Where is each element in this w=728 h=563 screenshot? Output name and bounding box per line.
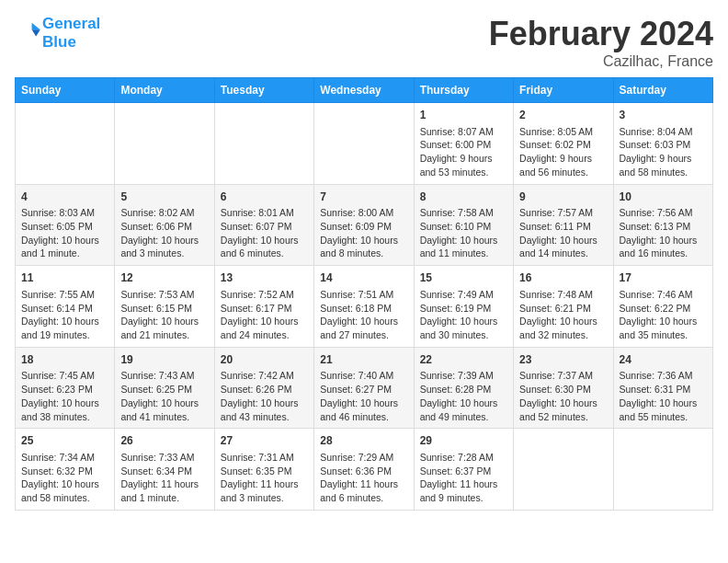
- svg-marker-1: [32, 29, 40, 36]
- day-number: 3: [620, 108, 707, 123]
- day-info: Sunrise: 7:58 AM Sunset: 6:10 PM Dayligh…: [420, 206, 507, 260]
- calendar-cell: [115, 103, 214, 185]
- calendar-cell: 22Sunrise: 7:39 AM Sunset: 6:28 PM Dayli…: [414, 347, 513, 429]
- calendar-cell: 5Sunrise: 8:02 AM Sunset: 6:06 PM Daylig…: [115, 184, 214, 266]
- calendar-cell: 17Sunrise: 7:46 AM Sunset: 6:22 PM Dayli…: [613, 266, 712, 348]
- weekday-header-saturday: Saturday: [613, 78, 712, 103]
- logo-text: General Blue: [42, 15, 100, 51]
- calendar-cell: 12Sunrise: 7:53 AM Sunset: 6:15 PM Dayli…: [115, 266, 214, 348]
- weekday-header-friday: Friday: [514, 78, 613, 103]
- calendar-week-3: 11Sunrise: 7:55 AM Sunset: 6:14 PM Dayli…: [16, 266, 713, 348]
- weekday-header-thursday: Thursday: [414, 78, 513, 103]
- day-number: 27: [221, 433, 308, 449]
- day-number: 17: [620, 270, 707, 286]
- calendar-subtitle: Cazilhac, France: [489, 53, 713, 70]
- calendar-cell: 19Sunrise: 7:43 AM Sunset: 6:25 PM Dayli…: [115, 347, 214, 429]
- day-number: 8: [420, 190, 507, 205]
- day-number: 13: [221, 270, 308, 286]
- day-info: Sunrise: 7:49 AM Sunset: 6:19 PM Dayligh…: [420, 288, 507, 342]
- day-number: 12: [120, 270, 208, 286]
- calendar-cell: 13Sunrise: 7:52 AM Sunset: 6:17 PM Dayli…: [214, 266, 313, 348]
- day-info: Sunrise: 7:52 AM Sunset: 6:17 PM Dayligh…: [221, 288, 308, 342]
- day-info: Sunrise: 8:01 AM Sunset: 6:07 PM Dayligh…: [221, 206, 308, 260]
- calendar-cell: 15Sunrise: 7:49 AM Sunset: 6:19 PM Dayli…: [414, 266, 513, 348]
- calendar-cell: 2Sunrise: 8:05 AM Sunset: 6:02 PM Daylig…: [514, 103, 613, 185]
- calendar-cell: [16, 103, 115, 185]
- calendar-cell: 20Sunrise: 7:42 AM Sunset: 6:26 PM Dayli…: [214, 347, 313, 429]
- day-info: Sunrise: 8:07 AM Sunset: 6:00 PM Dayligh…: [420, 125, 507, 179]
- day-info: Sunrise: 7:53 AM Sunset: 6:15 PM Dayligh…: [120, 288, 208, 342]
- calendar-cell: 8Sunrise: 7:58 AM Sunset: 6:10 PM Daylig…: [414, 184, 513, 266]
- calendar-cell: 7Sunrise: 8:00 AM Sunset: 6:09 PM Daylig…: [314, 184, 414, 266]
- day-info: Sunrise: 7:31 AM Sunset: 6:35 PM Dayligh…: [221, 451, 308, 505]
- calendar-cell: 27Sunrise: 7:31 AM Sunset: 6:35 PM Dayli…: [214, 429, 313, 511]
- day-number: 16: [519, 270, 607, 286]
- day-number: 26: [120, 433, 208, 449]
- calendar-cell: [613, 429, 712, 511]
- day-info: Sunrise: 7:46 AM Sunset: 6:22 PM Dayligh…: [620, 288, 707, 342]
- day-number: 25: [21, 433, 108, 449]
- weekday-header-wednesday: Wednesday: [314, 78, 414, 103]
- weekday-header-sunday: Sunday: [16, 78, 115, 103]
- day-info: Sunrise: 7:42 AM Sunset: 6:26 PM Dayligh…: [221, 369, 308, 423]
- day-info: Sunrise: 7:40 AM Sunset: 6:27 PM Dayligh…: [320, 369, 407, 423]
- day-info: Sunrise: 7:36 AM Sunset: 6:31 PM Dayligh…: [620, 369, 707, 423]
- day-info: Sunrise: 7:34 AM Sunset: 6:32 PM Dayligh…: [21, 451, 108, 505]
- calendar-cell: 11Sunrise: 7:55 AM Sunset: 6:14 PM Dayli…: [16, 266, 115, 348]
- day-info: Sunrise: 7:33 AM Sunset: 6:34 PM Dayligh…: [120, 451, 208, 505]
- day-number: 19: [120, 352, 208, 368]
- logo: General Blue: [15, 15, 100, 51]
- day-number: 9: [519, 190, 607, 205]
- day-info: Sunrise: 8:02 AM Sunset: 6:06 PM Dayligh…: [120, 206, 208, 260]
- day-number: 22: [420, 352, 507, 368]
- day-number: 14: [320, 270, 407, 286]
- day-info: Sunrise: 7:57 AM Sunset: 6:11 PM Dayligh…: [519, 206, 607, 260]
- calendar-cell: [314, 103, 414, 185]
- calendar-week-4: 18Sunrise: 7:45 AM Sunset: 6:23 PM Dayli…: [16, 347, 713, 429]
- calendar-cell: 1Sunrise: 8:07 AM Sunset: 6:00 PM Daylig…: [414, 103, 513, 185]
- day-info: Sunrise: 7:29 AM Sunset: 6:36 PM Dayligh…: [320, 451, 407, 505]
- calendar-cell: 9Sunrise: 7:57 AM Sunset: 6:11 PM Daylig…: [514, 184, 613, 266]
- calendar-cell: 16Sunrise: 7:48 AM Sunset: 6:21 PM Dayli…: [514, 266, 613, 348]
- day-number: 15: [420, 270, 507, 286]
- day-info: Sunrise: 8:00 AM Sunset: 6:09 PM Dayligh…: [320, 206, 407, 260]
- day-number: 18: [21, 352, 108, 368]
- calendar-week-2: 4Sunrise: 8:03 AM Sunset: 6:05 PM Daylig…: [16, 184, 713, 266]
- calendar-cell: 21Sunrise: 7:40 AM Sunset: 6:27 PM Dayli…: [314, 347, 414, 429]
- calendar-cell: [514, 429, 613, 511]
- day-number: 1: [420, 108, 507, 123]
- day-info: Sunrise: 7:43 AM Sunset: 6:25 PM Dayligh…: [120, 369, 208, 423]
- day-info: Sunrise: 7:39 AM Sunset: 6:28 PM Dayligh…: [420, 369, 507, 423]
- day-number: 28: [320, 433, 407, 449]
- weekday-header-row: SundayMondayTuesdayWednesdayThursdayFrid…: [16, 78, 713, 103]
- calendar-cell: [214, 103, 313, 185]
- day-number: 21: [320, 352, 407, 368]
- day-number: 20: [221, 352, 308, 368]
- calendar-cell: 26Sunrise: 7:33 AM Sunset: 6:34 PM Dayli…: [115, 429, 214, 511]
- calendar-cell: 4Sunrise: 8:03 AM Sunset: 6:05 PM Daylig…: [16, 184, 115, 266]
- calendar-cell: 23Sunrise: 7:37 AM Sunset: 6:30 PM Dayli…: [514, 347, 613, 429]
- title-block: February 2024 Cazilhac, France: [489, 15, 713, 70]
- day-number: 24: [620, 352, 707, 368]
- day-number: 10: [620, 190, 707, 205]
- day-number: 6: [221, 190, 308, 205]
- day-info: Sunrise: 7:51 AM Sunset: 6:18 PM Dayligh…: [320, 288, 407, 342]
- calendar-cell: 6Sunrise: 8:01 AM Sunset: 6:07 PM Daylig…: [214, 184, 313, 266]
- day-info: Sunrise: 7:37 AM Sunset: 6:30 PM Dayligh…: [519, 369, 607, 423]
- day-info: Sunrise: 7:45 AM Sunset: 6:23 PM Dayligh…: [21, 369, 108, 423]
- day-info: Sunrise: 7:55 AM Sunset: 6:14 PM Dayligh…: [21, 288, 108, 342]
- svg-marker-0: [32, 22, 40, 29]
- day-number: 7: [320, 190, 407, 205]
- day-number: 29: [420, 433, 507, 449]
- day-number: 11: [21, 270, 108, 286]
- calendar-cell: 14Sunrise: 7:51 AM Sunset: 6:18 PM Dayli…: [314, 266, 414, 348]
- day-number: 2: [519, 108, 607, 123]
- calendar-table: SundayMondayTuesdayWednesdayThursdayFrid…: [15, 77, 713, 511]
- logo-icon: [15, 21, 40, 41]
- day-info: Sunrise: 8:05 AM Sunset: 6:02 PM Dayligh…: [519, 125, 607, 179]
- page-header: General Blue February 2024 Cazilhac, Fra…: [15, 15, 713, 70]
- day-number: 4: [21, 190, 108, 205]
- day-info: Sunrise: 8:03 AM Sunset: 6:05 PM Dayligh…: [21, 206, 108, 260]
- day-info: Sunrise: 7:28 AM Sunset: 6:37 PM Dayligh…: [420, 451, 507, 505]
- calendar-week-1: 1Sunrise: 8:07 AM Sunset: 6:00 PM Daylig…: [16, 103, 713, 185]
